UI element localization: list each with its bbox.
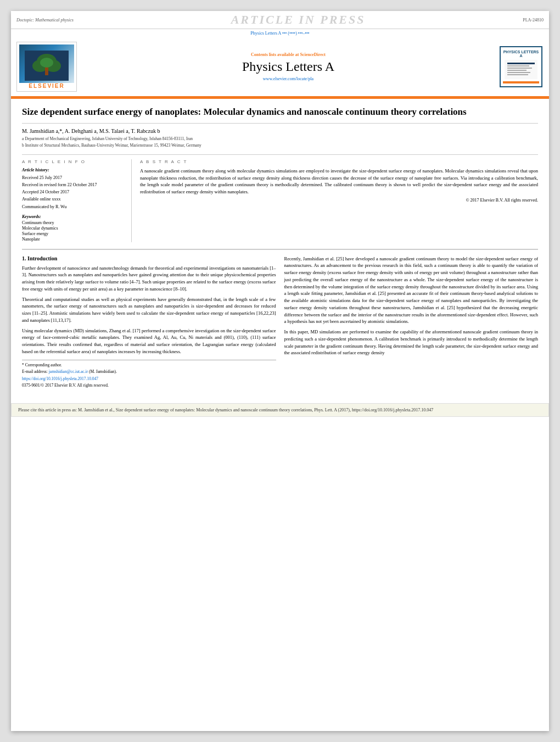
affiliation-a: a Department of Mechanical Engineering, …: [22, 136, 538, 142]
citation-text: Please cite this article in press as: M.…: [18, 408, 433, 412]
intro-para-1: Further development of nanoscience and n…: [22, 265, 276, 293]
revised-date: Received in revised form 22 October 2017: [22, 182, 125, 188]
article-title: Size dependent surface energy of nanopla…: [22, 105, 538, 124]
abstract-heading: A B S T R A C T: [140, 159, 538, 164]
article-history-heading: Article history:: [22, 168, 125, 172]
journal-www-anchor[interactable]: www.elsevier.com/locate/pla: [263, 76, 313, 81]
article-info-col: A R T I C L E I N F O Article history: R…: [22, 159, 132, 242]
doi-line: https://doi.org/10.1016/j.physleta.2017.…: [22, 376, 276, 382]
intro-para-3: Using molecular dynamics (MD) simulation…: [22, 327, 276, 355]
header-center: Contents lists available at ScienceDirec…: [82, 52, 494, 81]
authors-line: M. Jamshidian a,*, A. Dehghani a, M.S. T…: [22, 128, 538, 134]
journal-url-link[interactable]: Physics Letters A ••• (••••) •••–•••: [250, 31, 309, 36]
svg-rect-7: [507, 63, 535, 64]
body-section: 1. Introduction Further development of n…: [22, 249, 538, 390]
email-link[interactable]: jamshidian@cc.iut.ac.ir: [49, 369, 88, 374]
svg-point-5: [40, 58, 53, 68]
logo-title-text: PHYSICS LETTERS A: [503, 50, 539, 58]
issn-line: 0375-9601/© 2017 Elsevier B.V. All right…: [22, 383, 276, 389]
logo-orange-bar: [503, 81, 539, 83]
svg-rect-4: [45, 67, 48, 75]
journal-logo-right: PHYSICS LETTERS A: [500, 46, 544, 87]
journal-title: Physics Letters A: [82, 59, 494, 74]
affiliations: a Department of Mechanical Engineering, …: [22, 136, 538, 149]
article-content: Size dependent surface energy of nanopla…: [11, 99, 549, 397]
corresponding-author: * Corresponding author.: [22, 362, 276, 369]
communicated-by: Communicated by R. Wu: [22, 204, 125, 210]
keywords-heading: Keywords:: [22, 214, 125, 219]
available-online: Available online xxxx: [22, 196, 125, 202]
info-section: A R T I C L E I N F O Article history: R…: [22, 154, 538, 242]
svg-rect-10: [507, 70, 527, 71]
abstract-copyright: © 2017 Elsevier B.V. All rights reserved…: [140, 198, 538, 203]
svg-rect-9: [507, 68, 532, 69]
logo-journal-svg: [505, 60, 537, 79]
elsevier-logo: ELSEVIER: [16, 42, 77, 92]
elsevier-text: ELSEVIER: [19, 83, 74, 89]
sciencedirect-line: Contents lists available at ScienceDirec…: [82, 52, 494, 57]
journal-logo-box: PHYSICS LETTERS A: [500, 46, 542, 87]
abstract-col: A B S T R A C T A nanoscale gradient con…: [140, 159, 538, 242]
keyword-2: Molecular dynamics: [22, 226, 125, 231]
intro-para-2: Theoretical and computational studies as…: [22, 296, 276, 324]
contents-available-text: Contents lists available at: [251, 52, 299, 57]
doi-link[interactable]: https://doi.org/10.1016/j.physleta.2017.…: [22, 376, 98, 381]
keyword-4: Nanoplate: [22, 237, 125, 242]
affiliation-b: b Institute of Structural Mechanics, Bau…: [22, 143, 538, 149]
elsevier-tree-svg: [25, 51, 69, 81]
keyword-3: Surface energy: [22, 231, 125, 236]
svg-rect-11: [507, 72, 530, 73]
right-para-2: In this paper, MD simulations are perfor…: [284, 328, 539, 356]
svg-rect-8: [507, 65, 529, 66]
right-para-1: Recently, Jamshidian et al. [25] have de…: [284, 255, 539, 326]
journal-www-link[interactable]: www.elsevier.com/locate/pla: [82, 76, 494, 81]
journal-url-bar: Physics Letters A ••• (••••) •••–•••: [11, 29, 549, 37]
pla-id-label: PLA-24810: [523, 18, 544, 23]
abstract-text: A nanoscale gradient continuum theory al…: [140, 168, 538, 196]
svg-rect-12: [507, 74, 528, 75]
email-line: E-mail address: jamshidian@cc.iut.ac.ir …: [22, 369, 276, 375]
sciencedirect-text: ScienceDirect: [300, 52, 326, 57]
article-info-heading: A R T I C L E I N F O: [22, 159, 125, 164]
section-1-heading: 1. Introduction: [22, 255, 276, 261]
page: Doctopic: Mathematical physics ARTICLE I…: [11, 11, 549, 731]
body-left-col: 1. Introduction Further development of n…: [22, 255, 276, 390]
received-date: Received 25 July 2017: [22, 175, 125, 181]
doctopic-label: Doctopic: Mathematical physics: [16, 18, 74, 23]
article-in-press-label: ARTICLE IN PRESS: [231, 13, 366, 27]
elsevier-logo-image: [19, 44, 74, 83]
header-section: ELSEVIER Contents lists available at Sci…: [11, 37, 549, 97]
authors-text: M. Jamshidian a,*, A. Dehghani a, M.S. T…: [22, 128, 160, 134]
citation-bar: Please cite this article in press as: M.…: [11, 403, 549, 417]
body-right-col: Recently, Jamshidian et al. [25] have de…: [284, 255, 539, 390]
email-name: (M. Jamshidian).: [89, 369, 117, 374]
footnote-area: * Corresponding author. E-mail address: …: [22, 360, 276, 389]
accepted-date: Accepted 24 October 2017: [22, 189, 125, 195]
keyword-1: Continuum theory: [22, 220, 125, 225]
top-bar: Doctopic: Mathematical physics ARTICLE I…: [11, 11, 549, 29]
email-label: E-mail address:: [22, 369, 48, 374]
